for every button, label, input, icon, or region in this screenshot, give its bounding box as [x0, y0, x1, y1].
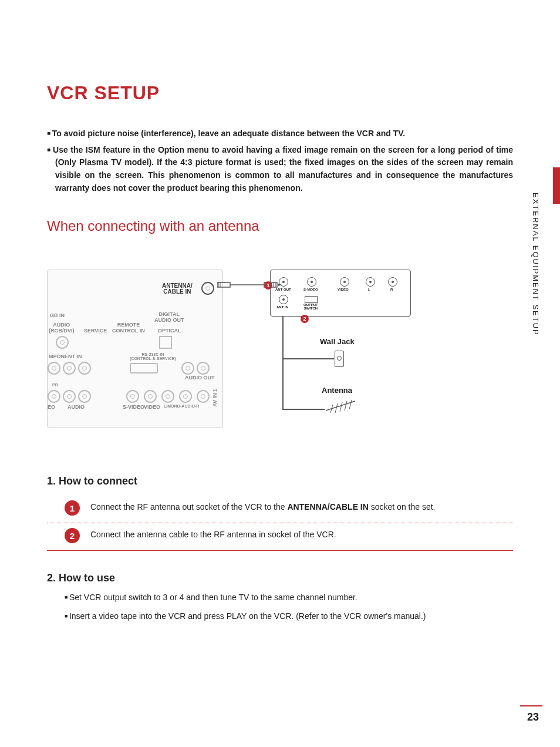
- note-1: To avoid picture noise (interference), l…: [47, 127, 513, 140]
- diagram-badge-2: 2: [301, 315, 309, 323]
- wire-to-antenna: [282, 409, 325, 410]
- vcr-lbl-video: VIDEO: [338, 288, 349, 291]
- step-2-text: Connect the antenna cable to the RF ante…: [90, 528, 336, 539]
- svg-rect-0: [217, 282, 230, 287]
- antenna-port: [201, 282, 214, 295]
- lbl-gb-in: GB IN: [50, 312, 65, 318]
- wall-jack-label: Wall Jack: [320, 337, 355, 346]
- wall-jack-icon: [335, 351, 344, 367]
- page-title: VCR SETUP: [47, 82, 513, 104]
- antenna-cable-in-label: ANTENNA/ CABLE IN: [162, 283, 193, 295]
- port-audio-r2: [197, 390, 210, 403]
- svg-line-10: [335, 403, 338, 413]
- vcr-output-switch: [305, 296, 318, 303]
- lbl-mono-audio: L/MONO-AUDIO-R: [164, 404, 199, 408]
- port-comp1: [48, 362, 60, 375]
- use-bullet-2: Insert a video tape into the VCR and pre…: [65, 611, 513, 621]
- lbl-audio: AUDIO: [68, 404, 85, 410]
- lbl-svideo: S-VIDEO: [123, 404, 144, 410]
- port-comp3: [78, 362, 91, 375]
- step-badge-2: 2: [65, 528, 80, 543]
- vcr-ant-in: [279, 295, 288, 304]
- port-pr: [48, 390, 60, 403]
- connect-step-2: 2 Connect the antenna cable to the RF an…: [47, 523, 513, 551]
- port-audio-rgbdvi: [56, 336, 69, 349]
- note-2: Use the ISM feature in the Option menu t…: [47, 144, 513, 195]
- antenna-icon: [326, 399, 355, 413]
- connect-steps: 1 Connect the RF antenna out socket of t…: [47, 496, 513, 551]
- port-video: [144, 390, 157, 403]
- connect-step-1: 1 Connect the RF antenna out socket of t…: [47, 496, 513, 523]
- how-to-use-heading: 2. How to use: [47, 572, 513, 584]
- lbl-service: SERVICE: [84, 328, 107, 334]
- subheading: When connecting with an antenna: [47, 218, 513, 234]
- vcr-panel: ANT OUT ANT IN S-VIDEO OUTPUT SWITCH VID…: [270, 270, 411, 317]
- port-svideo: [126, 390, 139, 403]
- page-content: VCR SETUP To avoid picture noise (interf…: [0, 0, 560, 654]
- port-audio-l: [161, 390, 174, 403]
- port-audio-out-l: [181, 362, 194, 375]
- connection-diagram: ANTENNA/ CABLE IN GB IN AUDIO (RGB/DVI) …: [47, 252, 513, 440]
- port-audio-out-r: [197, 362, 210, 375]
- vcr-video: [340, 277, 349, 287]
- vcr-lbl-output-switch: OUTPUT SWITCH: [303, 303, 318, 310]
- vcr-audio-r: [388, 277, 397, 287]
- wire-antin-down: [282, 317, 284, 409]
- vcr-lbl-ant-in: ANT IN: [276, 305, 288, 309]
- lbl-rs232c: RS-232C IN (CONTROL & SERVICE): [130, 352, 176, 361]
- use-bullet-1: Set VCR output switch to 3 or 4 and then…: [65, 593, 513, 602]
- step-badge-1: 1: [65, 500, 80, 516]
- use-bullets: Set VCR output switch to 3 or 4 and then…: [47, 593, 513, 621]
- vcr-audio-l: [366, 277, 375, 287]
- lbl-video: VIDEO: [144, 404, 160, 410]
- vcr-lbl-ant-out: ANT OUT: [275, 288, 291, 291]
- step-1-text: Connect the RF antenna out socket of the…: [90, 500, 436, 512]
- lbl-pr: PR: [52, 383, 58, 387]
- lbl-audio-out: AUDIO OUT: [185, 375, 215, 381]
- vcr-svideo: [307, 277, 316, 287]
- svg-line-12: [345, 401, 347, 410]
- lbl-digital-audio: DIGITAL AUDIO OUT: [154, 311, 184, 323]
- port-audio-r: [179, 390, 192, 403]
- antenna-label: Antenna: [322, 386, 352, 395]
- optical-port: [159, 336, 172, 349]
- port-ar: [78, 390, 91, 403]
- vcr-lbl-l: L: [368, 288, 370, 291]
- rs232c-port: [130, 363, 158, 374]
- wire-to-walljack: [282, 358, 334, 359]
- how-to-connect-heading: 1. How to connect: [47, 475, 513, 487]
- intro-notes: To avoid picture noise (interference), l…: [47, 127, 513, 194]
- lbl-mponent-in: MPONENT IN: [49, 354, 82, 359]
- lbl-remote: REMOTE CONTROL IN: [112, 322, 145, 334]
- lbl-optical: OPTICAL: [158, 328, 181, 334]
- vcr-lbl-r: R: [390, 288, 393, 291]
- lbl-eo: EO: [48, 404, 55, 410]
- side-tab: [553, 167, 560, 204]
- vcr-lbl-svideo: S-VIDEO: [303, 288, 318, 291]
- port-comp2: [63, 362, 76, 375]
- vcr-ant-out: [279, 277, 288, 287]
- tv-back-panel: ANTENNA/ CABLE IN GB IN AUDIO (RGB/DVI) …: [47, 270, 223, 428]
- lbl-audio-rgbdvi: AUDIO (RGB/DVI): [49, 322, 75, 334]
- page-number: 23: [527, 711, 539, 724]
- port-al: [63, 390, 76, 403]
- side-section-label: EXTERNAL EQUIPMENT SETUP: [531, 193, 540, 336]
- lbl-av-in-1: AV IN 1: [212, 389, 218, 407]
- svg-line-13: [349, 400, 352, 409]
- svg-line-11: [340, 402, 342, 412]
